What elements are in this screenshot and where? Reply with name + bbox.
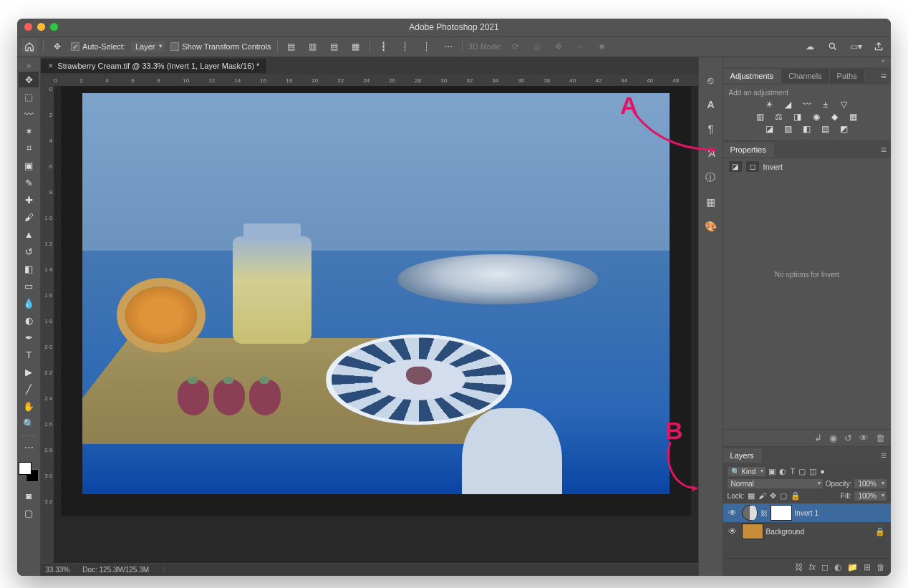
gradient-tool[interactable]: ▭ bbox=[19, 278, 39, 294]
hue-sat-icon[interactable]: ▥ bbox=[754, 112, 767, 122]
zoom-level[interactable]: 33.33% bbox=[45, 566, 69, 574]
zoom-window-button[interactable] bbox=[50, 23, 58, 31]
clone-stamp-tool[interactable]: ▲ bbox=[19, 226, 39, 242]
shape-tool[interactable]: ╱ bbox=[19, 381, 39, 397]
zoom-tool[interactable]: 🔍 bbox=[19, 415, 39, 431]
hand-tool[interactable]: ✋ bbox=[19, 398, 39, 414]
close-window-button[interactable] bbox=[24, 23, 32, 31]
foreground-color-swatch[interactable] bbox=[19, 462, 32, 475]
auto-select-target-dropdown[interactable]: Layer bbox=[131, 42, 165, 52]
new-adjustment-icon[interactable]: ◐ bbox=[834, 562, 841, 572]
frame-tool[interactable]: ▣ bbox=[19, 158, 39, 173]
color-lookup-icon[interactable]: ▦ bbox=[847, 112, 860, 122]
eyedropper-tool[interactable]: ✎ bbox=[19, 175, 39, 191]
align-top-button[interactable]: ▦ bbox=[348, 39, 364, 54]
crop-tool[interactable]: ⌗ bbox=[19, 140, 39, 156]
type-tool[interactable]: T bbox=[19, 347, 39, 362]
path-select-tool[interactable]: ▶ bbox=[19, 364, 39, 380]
edit-toolbar-button[interactable]: ⋯ bbox=[19, 439, 39, 455]
visibility-toggle[interactable]: 👁 bbox=[726, 526, 739, 536]
swatches-panel-icon[interactable]: ▦ bbox=[703, 195, 718, 209]
lock-position-icon[interactable]: ✥ bbox=[770, 491, 776, 501]
levels-icon[interactable]: ◢ bbox=[782, 100, 795, 110]
panel-menu-icon[interactable]: ≡ bbox=[881, 450, 891, 461]
character-panel-icon[interactable]: A bbox=[703, 97, 718, 112]
posterize-icon[interactable]: ▨ bbox=[782, 124, 795, 134]
layers-tab[interactable]: Layers bbox=[723, 448, 762, 463]
minimize-window-button[interactable] bbox=[37, 23, 45, 31]
filter-type-icon[interactable]: T bbox=[790, 467, 795, 476]
view-previous-icon[interactable]: ◉ bbox=[829, 433, 837, 443]
home-button[interactable] bbox=[21, 39, 37, 54]
healing-tool[interactable]: ✚ bbox=[19, 192, 39, 208]
distribute-3-button[interactable]: ┊ bbox=[419, 39, 435, 54]
reset-icon[interactable]: ↺ bbox=[844, 433, 852, 443]
visibility-toggle[interactable]: 👁 bbox=[726, 508, 739, 518]
color-balance-icon[interactable]: ⚖ bbox=[773, 112, 786, 122]
filter-adjustment-icon[interactable]: ◐ bbox=[779, 467, 786, 476]
add-mask-icon[interactable]: ◻ bbox=[821, 562, 829, 572]
adjustments-tab[interactable]: Adjustments bbox=[723, 69, 782, 83]
channel-mixer-icon[interactable]: ◆ bbox=[829, 112, 841, 122]
opacity-input[interactable]: 100% bbox=[854, 479, 887, 488]
layer-fx-icon[interactable]: fx bbox=[809, 562, 816, 572]
paragraph-panel-icon[interactable]: ¶ bbox=[703, 122, 718, 136]
filter-shape-icon[interactable]: ▢ bbox=[798, 467, 806, 476]
panel-menu-icon[interactable]: ≡ bbox=[881, 70, 891, 82]
vibrance-icon[interactable]: ▽ bbox=[838, 100, 851, 110]
quick-select-tool[interactable]: ✶ bbox=[19, 123, 39, 139]
layer-name[interactable]: Background bbox=[766, 528, 804, 536]
panel-collapse-handle[interactable]: « bbox=[723, 57, 891, 67]
distribute-h-button[interactable]: ┇ bbox=[376, 39, 392, 54]
lock-artboard-icon[interactable]: ▢ bbox=[780, 491, 787, 501]
status-chevron-icon[interactable]: 〉 bbox=[162, 565, 169, 575]
blend-mode-dropdown[interactable]: Normal bbox=[728, 479, 823, 488]
history-panel-icon[interactable]: ⎋ bbox=[703, 73, 718, 87]
black-white-icon[interactable]: ◨ bbox=[791, 112, 804, 122]
horizontal-ruler[interactable]: 0246810121416182022242628303234363840424… bbox=[41, 74, 698, 86]
canvas[interactable] bbox=[54, 86, 698, 563]
lock-pixels-icon[interactable]: 🖌 bbox=[758, 491, 766, 501]
selective-color-icon[interactable]: ◩ bbox=[838, 124, 851, 134]
glyphs-panel-icon[interactable]: ʻA bbox=[703, 146, 718, 160]
color-panel-icon[interactable]: 🎨 bbox=[703, 219, 718, 233]
paths-tab[interactable]: Paths bbox=[830, 69, 865, 83]
doc-info[interactable]: Doc: 125.3M/125.3M bbox=[82, 566, 149, 574]
more-align-button[interactable]: ⋯ bbox=[440, 39, 456, 54]
brush-tool[interactable]: 🖌 bbox=[19, 209, 39, 225]
filter-smart-icon[interactable]: ◫ bbox=[809, 467, 816, 476]
screen-mode-button[interactable]: ▢ bbox=[19, 505, 39, 521]
new-group-icon[interactable]: 📁 bbox=[847, 562, 858, 572]
search-button[interactable] bbox=[825, 39, 841, 54]
properties-tab[interactable]: Properties bbox=[723, 143, 774, 157]
delete-adjustment-icon[interactable]: 🗑 bbox=[876, 433, 885, 443]
panel-menu-icon[interactable]: ≡ bbox=[881, 144, 891, 155]
info-panel-icon[interactable]: ⓘ bbox=[703, 170, 718, 185]
close-tab-icon[interactable]: × bbox=[48, 61, 53, 71]
color-swatches[interactable] bbox=[19, 462, 39, 482]
layer-mask-thumbnail[interactable] bbox=[771, 505, 792, 521]
lasso-tool[interactable]: 〰 bbox=[19, 106, 39, 122]
threshold-icon[interactable]: ◧ bbox=[801, 124, 813, 134]
invert-icon[interactable]: ◪ bbox=[763, 124, 776, 134]
link-icon[interactable]: ⛓ bbox=[760, 509, 768, 517]
lock-all-icon[interactable]: 🔒 bbox=[791, 491, 801, 501]
workspace-switcher[interactable]: ▭▾ bbox=[848, 39, 864, 54]
layer-invert-1[interactable]: 👁 ⛓ Invert 1 bbox=[723, 503, 891, 522]
auto-select-toggle[interactable]: ✓ Auto-Select: bbox=[71, 42, 125, 51]
clip-to-layer-icon[interactable]: ↲ bbox=[814, 433, 822, 443]
align-center-h-button[interactable]: ▥ bbox=[305, 39, 321, 54]
photo-filter-icon[interactable]: ◉ bbox=[810, 112, 823, 122]
exposure-icon[interactable]: ± bbox=[819, 100, 832, 110]
cloud-docs-button[interactable]: ☁ bbox=[802, 39, 818, 54]
toggle-visibility-icon[interactable]: 👁 bbox=[859, 433, 869, 443]
eraser-tool[interactable]: ◧ bbox=[19, 261, 39, 276]
fill-input[interactable]: 100% bbox=[854, 491, 887, 501]
gradient-map-icon[interactable]: ▤ bbox=[819, 124, 832, 134]
quick-mask-button[interactable]: ◙ bbox=[19, 488, 39, 503]
pen-tool[interactable]: ✒ bbox=[19, 329, 39, 345]
channels-tab[interactable]: Channels bbox=[781, 69, 829, 83]
curves-icon[interactable]: 〰 bbox=[801, 100, 813, 110]
filter-pixel-icon[interactable]: ▣ bbox=[768, 467, 776, 476]
dodge-tool[interactable]: ◐ bbox=[19, 312, 39, 328]
